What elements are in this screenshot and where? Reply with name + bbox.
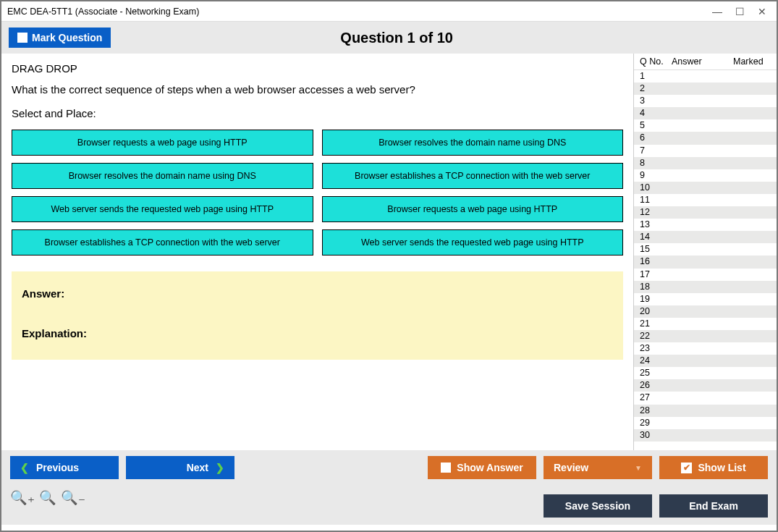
footer-secondary-row: Save Session End Exam <box>544 494 768 518</box>
window-controls: — ☐ ✕ <box>712 6 771 17</box>
question-list-row[interactable]: 21 <box>634 318 777 330</box>
question-list-row[interactable]: 9 <box>634 169 777 182</box>
question-list-row[interactable]: 27 <box>634 392 777 404</box>
end-exam-label: End Exam <box>689 500 738 512</box>
footer-buttons-row: ❮ Previous Next ❯ Show Answer Review ▼ ✔… <box>10 456 768 479</box>
show-answer-label: Show Answer <box>457 462 523 473</box>
drag-source-column: Browser requests a web page using HTTP B… <box>12 130 313 256</box>
question-list-row[interactable]: 28 <box>634 405 777 417</box>
question-list-row[interactable]: 4 <box>634 107 777 119</box>
question-list-row[interactable]: 20 <box>634 305 777 318</box>
question-text: What is the correct sequence of steps wh… <box>12 83 623 96</box>
question-list-row[interactable]: 13 <box>634 219 777 231</box>
header-qno: Q No. <box>640 56 672 67</box>
select-and-place-label: Select and Place: <box>12 107 623 119</box>
question-type: DRAG DROP <box>12 62 623 75</box>
next-label: Next <box>187 462 208 473</box>
question-list-row[interactable]: 26 <box>634 379 777 392</box>
drag-item[interactable]: Web server sends the requested web page … <box>12 196 313 222</box>
drag-target-column: Browser resolves the domain name using D… <box>322 130 624 256</box>
drag-item[interactable]: Browser establishes a TCP connection wit… <box>12 229 313 256</box>
answer-explanation-box: Answer: Explanation: <box>12 271 623 360</box>
zoom-reset-icon[interactable]: 🔍 <box>39 489 56 506</box>
next-button[interactable]: Next ❯ <box>126 456 234 479</box>
drag-drop-area: Browser requests a web page using HTTP B… <box>12 130 623 256</box>
previous-label: Previous <box>36 462 79 473</box>
mark-checkbox-icon <box>17 33 28 43</box>
question-list-row[interactable]: 17 <box>634 269 777 281</box>
question-list-row[interactable]: 6 <box>634 132 777 144</box>
question-list-row[interactable]: 19 <box>634 293 777 305</box>
mark-question-button[interactable]: Mark Question <box>9 28 111 48</box>
explanation-label: Explanation: <box>22 327 613 339</box>
answer-label: Answer: <box>22 287 613 300</box>
question-counter: Question 1 of 10 <box>111 30 682 46</box>
header-marked: Marked <box>733 56 774 67</box>
question-list-row[interactable]: 2 <box>634 83 777 95</box>
show-answer-button[interactable]: Show Answer <box>428 456 536 479</box>
chevron-down-icon: ▼ <box>635 464 642 472</box>
drag-item[interactable]: Browser resolves the domain name using D… <box>12 163 313 189</box>
previous-button[interactable]: ❮ Previous <box>10 456 119 479</box>
question-list-row[interactable]: 15 <box>634 243 777 256</box>
question-list-row[interactable]: 18 <box>634 281 777 293</box>
question-list-row[interactable]: 24 <box>634 355 777 367</box>
chevron-right-icon: ❯ <box>216 462 224 473</box>
window-title: EMC DEA-5TT1 (Associate - Networking Exa… <box>7 7 712 17</box>
drag-item[interactable]: Web server sends the requested web page … <box>322 229 624 256</box>
question-content: DRAG DROP What is the correct sequence o… <box>1 54 633 450</box>
chevron-left-icon: ❮ <box>20 462 29 473</box>
main-area: DRAG DROP What is the correct sequence o… <box>1 54 777 450</box>
show-list-button[interactable]: ✔ Show List <box>659 456 768 479</box>
question-list[interactable]: 1234567891011121314151617181920212223242… <box>634 70 777 450</box>
question-list-row[interactable]: 30 <box>634 429 777 442</box>
title-bar: EMC DEA-5TT1 (Associate - Networking Exa… <box>1 1 777 22</box>
footer-bar: ❮ Previous Next ❯ Show Answer Review ▼ ✔… <box>1 450 777 525</box>
mark-question-label: Mark Question <box>32 32 102 43</box>
save-session-button[interactable]: Save Session <box>544 494 652 518</box>
review-dropdown[interactable]: Review ▼ <box>544 456 652 479</box>
review-label: Review <box>554 462 588 473</box>
question-list-row[interactable]: 12 <box>634 206 777 219</box>
question-list-panel: Q No. Answer Marked 12345678910111213141… <box>633 54 777 450</box>
question-list-row[interactable]: 11 <box>634 194 777 206</box>
zoom-out-icon[interactable]: 🔍₋ <box>61 489 85 506</box>
maximize-icon[interactable]: ☐ <box>735 6 745 17</box>
question-list-row[interactable]: 8 <box>634 157 777 169</box>
header-answer: Answer <box>672 56 733 67</box>
drag-item[interactable]: Browser establishes a TCP connection wit… <box>322 163 624 189</box>
question-list-row[interactable]: 25 <box>634 367 777 379</box>
question-list-row[interactable]: 23 <box>634 342 777 355</box>
save-session-label: Save Session <box>565 500 630 512</box>
drag-item[interactable]: Browser requests a web page using HTTP <box>12 130 313 156</box>
checked-icon: ✔ <box>681 463 692 473</box>
question-list-row[interactable]: 1 <box>634 70 777 83</box>
question-list-row[interactable]: 10 <box>634 182 777 194</box>
zoom-in-icon[interactable]: 🔍₊ <box>10 489 35 506</box>
drag-item[interactable]: Browser requests a web page using HTTP <box>322 196 624 222</box>
end-exam-button[interactable]: End Exam <box>659 494 768 518</box>
minimize-icon[interactable]: — <box>712 6 722 17</box>
question-list-row[interactable]: 29 <box>634 417 777 429</box>
question-list-header: Q No. Answer Marked <box>634 54 777 70</box>
question-list-row[interactable]: 3 <box>634 95 777 107</box>
question-list-row[interactable]: 16 <box>634 256 777 268</box>
show-list-label: Show List <box>698 462 745 473</box>
close-icon[interactable]: ✕ <box>758 6 766 17</box>
checkbox-icon <box>441 463 451 473</box>
question-list-row[interactable]: 5 <box>634 119 777 132</box>
question-list-row[interactable]: 22 <box>634 330 777 342</box>
drag-item[interactable]: Browser resolves the domain name using D… <box>322 130 624 156</box>
header-bar: Mark Question Question 1 of 10 <box>1 22 777 54</box>
question-list-row[interactable]: 7 <box>634 145 777 157</box>
question-list-row[interactable]: 14 <box>634 231 777 243</box>
